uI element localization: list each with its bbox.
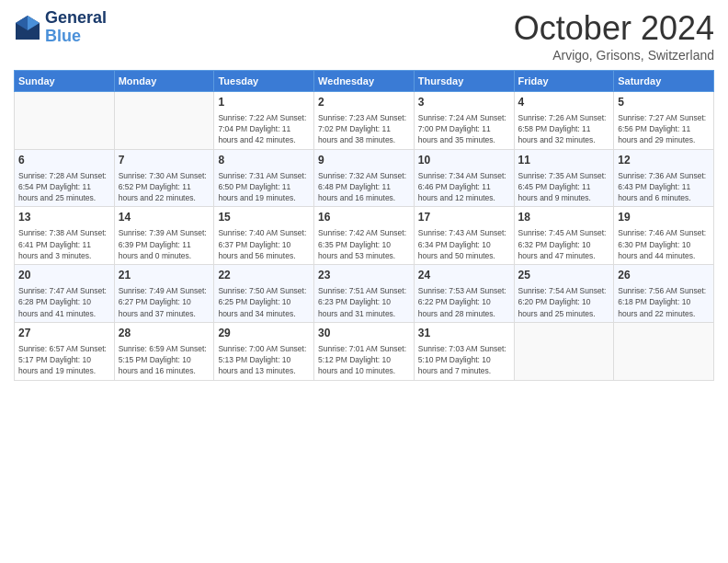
calendar-day-cell: 29Sunrise: 7:00 AM Sunset: 5:13 PM Dayli…: [214, 322, 314, 380]
calendar-day-cell: 13Sunrise: 7:38 AM Sunset: 6:41 PM Dayli…: [15, 207, 115, 265]
day-number: 24: [418, 268, 510, 283]
page-container: General Blue October 2024 Arvigo, Grison…: [0, 0, 728, 390]
calendar-day-cell: 8Sunrise: 7:31 AM Sunset: 6:50 PM Daylig…: [214, 149, 314, 207]
calendar-day-cell: 22Sunrise: 7:50 AM Sunset: 6:25 PM Dayli…: [214, 265, 314, 323]
day-detail: Sunrise: 7:35 AM Sunset: 6:45 PM Dayligh…: [518, 170, 610, 204]
calendar-day-cell: 19Sunrise: 7:46 AM Sunset: 6:30 PM Dayli…: [614, 207, 714, 265]
calendar-header-row: SundayMondayTuesdayWednesdayThursdayFrid…: [15, 71, 714, 92]
day-number: 2: [318, 95, 410, 110]
day-detail: Sunrise: 7:45 AM Sunset: 6:32 PM Dayligh…: [518, 227, 610, 261]
calendar-week-row: 20Sunrise: 7:47 AM Sunset: 6:28 PM Dayli…: [15, 265, 714, 323]
day-detail: Sunrise: 7:32 AM Sunset: 6:48 PM Dayligh…: [318, 170, 410, 204]
calendar-day-cell: [614, 322, 714, 380]
day-number: 26: [618, 268, 710, 283]
day-detail: Sunrise: 7:49 AM Sunset: 6:27 PM Dayligh…: [119, 285, 210, 319]
calendar-week-row: 6Sunrise: 7:28 AM Sunset: 6:54 PM Daylig…: [15, 149, 714, 207]
day-detail: Sunrise: 6:57 AM Sunset: 5:17 PM Dayligh…: [18, 343, 110, 377]
day-number: 30: [318, 326, 410, 341]
day-detail: Sunrise: 7:54 AM Sunset: 6:20 PM Dayligh…: [518, 285, 610, 319]
day-detail: Sunrise: 7:27 AM Sunset: 6:56 PM Dayligh…: [618, 112, 710, 146]
day-number: 16: [318, 210, 410, 225]
calendar-day-cell: 14Sunrise: 7:39 AM Sunset: 6:39 PM Dayli…: [114, 207, 214, 265]
day-detail: Sunrise: 7:40 AM Sunset: 6:37 PM Dayligh…: [218, 227, 310, 261]
day-number: 14: [119, 210, 210, 225]
day-detail: Sunrise: 7:50 AM Sunset: 6:25 PM Dayligh…: [218, 285, 310, 319]
day-number: 29: [218, 326, 310, 341]
page-header: General Blue October 2024 Arvigo, Grison…: [14, 9, 714, 63]
day-detail: Sunrise: 7:38 AM Sunset: 6:41 PM Dayligh…: [18, 227, 110, 261]
calendar-day-cell: 10Sunrise: 7:34 AM Sunset: 6:46 PM Dayli…: [414, 149, 514, 207]
day-number: 13: [18, 210, 110, 225]
calendar-day-cell: 11Sunrise: 7:35 AM Sunset: 6:45 PM Dayli…: [514, 149, 614, 207]
day-detail: Sunrise: 7:43 AM Sunset: 6:34 PM Dayligh…: [418, 227, 510, 261]
calendar-day-cell: 18Sunrise: 7:45 AM Sunset: 6:32 PM Dayli…: [514, 207, 614, 265]
day-detail: Sunrise: 7:53 AM Sunset: 6:22 PM Dayligh…: [418, 285, 510, 319]
calendar-day-cell: 1Sunrise: 7:22 AM Sunset: 7:04 PM Daylig…: [214, 92, 314, 150]
day-number: 27: [18, 326, 110, 341]
day-detail: Sunrise: 7:03 AM Sunset: 5:10 PM Dayligh…: [418, 343, 510, 377]
calendar-day-cell: 4Sunrise: 7:26 AM Sunset: 6:58 PM Daylig…: [514, 92, 614, 150]
day-number: 12: [618, 153, 710, 168]
day-number: 10: [418, 153, 510, 168]
day-detail: Sunrise: 7:24 AM Sunset: 7:00 PM Dayligh…: [418, 112, 510, 146]
day-detail: Sunrise: 7:22 AM Sunset: 7:04 PM Dayligh…: [218, 112, 310, 146]
calendar-day-cell: 26Sunrise: 7:56 AM Sunset: 6:18 PM Dayli…: [614, 265, 714, 323]
day-detail: Sunrise: 6:59 AM Sunset: 5:15 PM Dayligh…: [119, 343, 210, 377]
weekday-header: Friday: [514, 71, 614, 92]
location: Arvigo, Grisons, Switzerland: [514, 48, 714, 63]
logo: General Blue: [14, 9, 107, 46]
day-number: 15: [218, 210, 310, 225]
weekday-header: Tuesday: [214, 71, 314, 92]
weekday-header: Wednesday: [314, 71, 415, 92]
day-number: 8: [218, 153, 310, 168]
day-number: 25: [518, 268, 610, 283]
calendar-day-cell: 12Sunrise: 7:36 AM Sunset: 6:43 PM Dayli…: [614, 149, 714, 207]
calendar-day-cell: 27Sunrise: 6:57 AM Sunset: 5:17 PM Dayli…: [15, 322, 115, 380]
calendar-day-cell: 7Sunrise: 7:30 AM Sunset: 6:52 PM Daylig…: [114, 149, 214, 207]
day-detail: Sunrise: 7:00 AM Sunset: 5:13 PM Dayligh…: [218, 343, 310, 377]
day-detail: Sunrise: 7:34 AM Sunset: 6:46 PM Dayligh…: [418, 170, 510, 204]
logo-icon: [14, 14, 41, 41]
day-number: 6: [18, 153, 110, 168]
day-number: 9: [318, 153, 410, 168]
day-detail: Sunrise: 7:23 AM Sunset: 7:02 PM Dayligh…: [318, 112, 410, 146]
day-detail: Sunrise: 7:46 AM Sunset: 6:30 PM Dayligh…: [618, 227, 710, 261]
calendar-day-cell: 16Sunrise: 7:42 AM Sunset: 6:35 PM Dayli…: [314, 207, 415, 265]
day-number: 20: [18, 268, 110, 283]
day-detail: Sunrise: 7:56 AM Sunset: 6:18 PM Dayligh…: [618, 285, 710, 319]
calendar-day-cell: 30Sunrise: 7:01 AM Sunset: 5:12 PM Dayli…: [314, 322, 415, 380]
calendar-day-cell: 5Sunrise: 7:27 AM Sunset: 6:56 PM Daylig…: [614, 92, 714, 150]
weekday-header: Saturday: [614, 71, 714, 92]
day-number: 21: [119, 268, 210, 283]
day-number: 11: [518, 153, 610, 168]
day-number: 7: [119, 153, 210, 168]
month-title: October 2024: [514, 9, 714, 48]
weekday-header: Thursday: [414, 71, 514, 92]
day-detail: Sunrise: 7:39 AM Sunset: 6:39 PM Dayligh…: [119, 227, 210, 261]
day-detail: Sunrise: 7:28 AM Sunset: 6:54 PM Dayligh…: [18, 170, 110, 204]
logo-text: General Blue: [45, 9, 107, 46]
calendar-day-cell: 17Sunrise: 7:43 AM Sunset: 6:34 PM Dayli…: [414, 207, 514, 265]
day-number: 5: [618, 95, 710, 110]
calendar-day-cell: 21Sunrise: 7:49 AM Sunset: 6:27 PM Dayli…: [114, 265, 214, 323]
day-number: 4: [518, 95, 610, 110]
calendar-day-cell: 31Sunrise: 7:03 AM Sunset: 5:10 PM Dayli…: [414, 322, 514, 380]
calendar-day-cell: [114, 92, 214, 150]
day-number: 31: [418, 326, 510, 341]
calendar-day-cell: 15Sunrise: 7:40 AM Sunset: 6:37 PM Dayli…: [214, 207, 314, 265]
calendar-day-cell: 9Sunrise: 7:32 AM Sunset: 6:48 PM Daylig…: [314, 149, 415, 207]
day-number: 18: [518, 210, 610, 225]
calendar-table: SundayMondayTuesdayWednesdayThursdayFrid…: [14, 70, 714, 381]
calendar-day-cell: 6Sunrise: 7:28 AM Sunset: 6:54 PM Daylig…: [15, 149, 115, 207]
day-detail: Sunrise: 7:42 AM Sunset: 6:35 PM Dayligh…: [318, 227, 410, 261]
calendar-week-row: 1Sunrise: 7:22 AM Sunset: 7:04 PM Daylig…: [15, 92, 714, 150]
calendar-day-cell: [514, 322, 614, 380]
day-number: 23: [318, 268, 410, 283]
day-detail: Sunrise: 7:36 AM Sunset: 6:43 PM Dayligh…: [618, 170, 710, 204]
calendar-week-row: 27Sunrise: 6:57 AM Sunset: 5:17 PM Dayli…: [15, 322, 714, 380]
weekday-header: Monday: [114, 71, 214, 92]
calendar-week-row: 13Sunrise: 7:38 AM Sunset: 6:41 PM Dayli…: [15, 207, 714, 265]
day-number: 28: [119, 326, 210, 341]
calendar-day-cell: 3Sunrise: 7:24 AM Sunset: 7:00 PM Daylig…: [414, 92, 514, 150]
day-number: 22: [218, 268, 310, 283]
